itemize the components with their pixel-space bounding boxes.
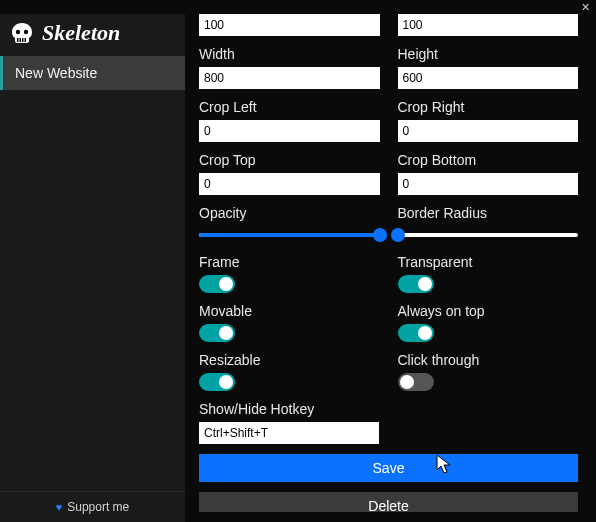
transparent-toggle[interactable] [398, 275, 434, 293]
crop-right-input[interactable] [398, 120, 579, 142]
click-toggle[interactable] [398, 373, 434, 391]
svg-rect-4 [22, 38, 24, 42]
ontop-label: Always on top [398, 303, 579, 319]
crop-top-label: Crop Top [199, 152, 380, 168]
sidebar-item-new-website[interactable]: New Website [0, 56, 185, 90]
crop-right-label: Crop Right [398, 99, 579, 115]
close-icon[interactable]: ✕ [581, 1, 590, 14]
brand: Skeleton [0, 14, 185, 56]
svg-rect-2 [17, 38, 19, 42]
svg-rect-5 [25, 38, 27, 42]
crop-bottom-input[interactable] [398, 173, 579, 195]
frame-label: Frame [199, 254, 380, 270]
svg-point-1 [24, 30, 28, 34]
crop-top-input[interactable] [199, 173, 380, 195]
opacity-slider[interactable] [199, 226, 380, 244]
radius-slider[interactable] [398, 226, 579, 244]
svg-point-0 [16, 30, 20, 34]
opacity-label: Opacity [199, 205, 380, 221]
click-label: Click through [398, 352, 579, 368]
resizable-toggle[interactable] [199, 373, 235, 391]
skull-icon [10, 22, 34, 44]
resizable-label: Resizable [199, 352, 380, 368]
top-right-input[interactable] [398, 14, 579, 36]
top-left-input[interactable] [199, 14, 380, 36]
height-input[interactable] [398, 67, 579, 89]
brand-title: Skeleton [42, 20, 120, 46]
crop-bottom-label: Crop Bottom [398, 152, 579, 168]
width-input[interactable] [199, 67, 380, 89]
transparent-label: Transparent [398, 254, 579, 270]
radius-label: Border Radius [398, 205, 579, 221]
hotkey-label: Show/Hide Hotkey [199, 401, 578, 417]
crop-left-input[interactable] [199, 120, 380, 142]
support-link[interactable]: Support me [0, 491, 185, 522]
save-button[interactable]: Save [199, 454, 578, 482]
frame-toggle[interactable] [199, 275, 235, 293]
delete-button[interactable]: Delete [199, 492, 578, 512]
crop-left-label: Crop Left [199, 99, 380, 115]
svg-rect-3 [20, 38, 22, 42]
ontop-toggle[interactable] [398, 324, 434, 342]
height-label: Height [398, 46, 579, 62]
width-label: Width [199, 46, 380, 62]
movable-toggle[interactable] [199, 324, 235, 342]
hotkey-input[interactable] [199, 422, 379, 444]
movable-label: Movable [199, 303, 380, 319]
